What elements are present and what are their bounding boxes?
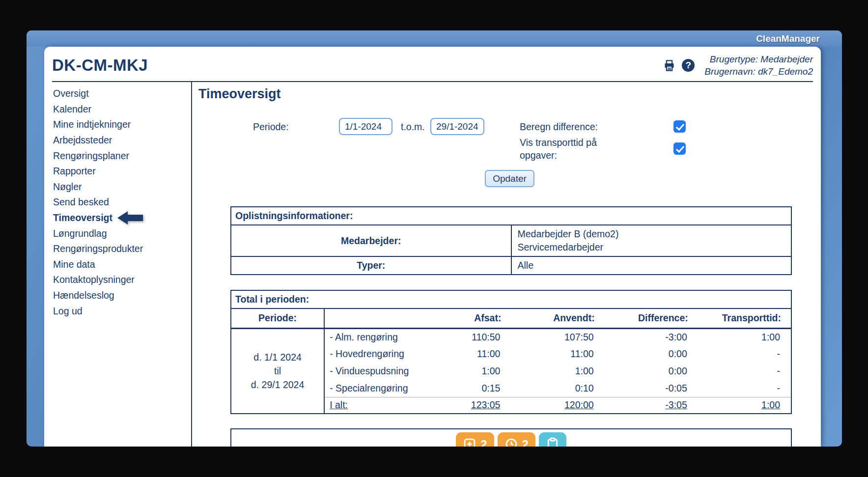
sidebar-item-rengoringsprodukter[interactable]: Rengøringsprodukter — [53, 241, 191, 257]
tom-label: t.o.m. — [401, 121, 425, 133]
col-afsat: Afsat: — [418, 309, 511, 328]
col-periode: Periode: — [231, 309, 324, 328]
sidebar-item-rengoringsplaner[interactable]: Rengøringsplaner — [53, 148, 191, 164]
medarbejder-label: Medarbejder: — [231, 225, 511, 256]
listing-info-table: Oplistningsinformationer: Medarbejder: M… — [230, 206, 792, 275]
sidebar-item-arbejdssteder[interactable]: Arbejdssteder — [53, 133, 191, 148]
col-anvendt: Anvendt: — [511, 309, 604, 328]
total-label: I alt: — [324, 397, 418, 414]
total-afsat: 123:05 — [418, 397, 511, 414]
table-header-row: Oplistningsinformationer: — [231, 207, 791, 225]
task-name: - Hovedrengøring — [324, 345, 418, 363]
filter-form: Periode: t.o.m. Beregn difference: Vis t… — [198, 105, 813, 206]
anvendt-value: 11:00 — [511, 345, 604, 363]
task-name: - Alm. rengøring — [324, 328, 418, 345]
header-right: ? Brugertype: Medarbejder Brugernavn: dk… — [663, 53, 813, 78]
col-difference: Difference: — [605, 309, 698, 328]
anvendt-value: 0:10 — [511, 380, 604, 397]
bottom-actions-box: 2 2 — [230, 428, 792, 447]
anvendt-value: 107:50 — [511, 328, 604, 345]
period-range-cell: d. 1/1 2024 til d. 29/1 2024 — [231, 328, 324, 414]
afsat-value: 1:00 — [418, 363, 511, 380]
difference-value: 0:00 — [605, 363, 698, 380]
sidebar-item-log-ud[interactable]: Log ud — [53, 303, 191, 319]
sidebar-item-mine-indtjekninger[interactable]: Mine indtjekninger — [53, 117, 191, 133]
afsat-value: 110:50 — [418, 328, 511, 345]
brand-logo-text: CleanManager — [756, 33, 820, 44]
top-brand-bar: CleanManager — [27, 30, 842, 47]
time-registrations-count: 2 — [522, 438, 529, 447]
typer-value: Alle — [511, 256, 792, 275]
user-type: Brugertype: Medarbejder — [704, 53, 813, 65]
sidebar-item-kalender[interactable]: Kalender — [53, 102, 191, 117]
task-name: - Specialrengøring — [324, 380, 418, 397]
period-from-input[interactable] — [339, 118, 392, 135]
total-anvendt: 120:00 — [511, 397, 604, 414]
difference-value: -3:00 — [605, 328, 698, 345]
notes-button[interactable] — [539, 432, 566, 447]
printer-icon[interactable] — [663, 59, 676, 72]
sidebar-item-oversigt[interactable]: Oversigt — [53, 86, 191, 102]
listing-info-title: Oplistningsinformationer: — [231, 207, 791, 225]
transporttid-value: - — [698, 345, 791, 363]
afsat-value: 0:15 — [418, 380, 511, 397]
main-content: Timeoversigt Periode: t.o.m. Beregn diff… — [192, 82, 813, 447]
add-tasks-button[interactable]: 2 — [456, 432, 494, 447]
col-transporttid: Transporttid: — [698, 309, 791, 328]
table-header-row: Total i perioden: — [231, 290, 791, 309]
show-transport-checkbox[interactable] — [673, 142, 686, 155]
calc-difference-checkbox[interactable] — [673, 120, 686, 133]
task-name: - Vinduespudsning — [324, 363, 418, 380]
col-task — [324, 309, 418, 328]
header-icons: ? — [663, 59, 695, 72]
total-transporttid: 1:00 — [698, 397, 791, 414]
transporttid-value: - — [698, 363, 791, 380]
calc-difference-label: Beregn difference: — [520, 121, 598, 133]
page-title: Timeoversigt — [198, 86, 813, 105]
arrow-left-icon — [117, 211, 143, 225]
sidebar-item-mine-data[interactable]: Mine data — [53, 257, 191, 273]
sidebar-item-kontaktoplysninger[interactable]: Kontaktoplysninger — [53, 272, 191, 288]
sidebar-item-nogler[interactable]: Nøgler — [53, 179, 191, 195]
table-row: d. 1/1 2024 til d. 29/1 2024 - Alm. reng… — [231, 328, 791, 345]
sidebar-nav: Oversigt Kalender Mine indtjekninger Arb… — [52, 82, 192, 447]
show-transport-label: Vis transporttid på opgaver: — [520, 136, 618, 162]
clock-icon — [504, 437, 518, 447]
difference-value: 0:00 — [605, 345, 698, 363]
sidebar-item-rapporter[interactable]: Rapporter — [53, 164, 191, 179]
medarbejder-value: Medarbejder B (demo2) Servicemedarbejder — [511, 225, 792, 256]
period-to-input[interactable] — [430, 118, 484, 135]
device-frame: CleanManager DK-CM-MKJ — [0, 0, 868, 477]
sidebar-item-longrundlag[interactable]: Løngrundlag — [53, 225, 191, 241]
add-box-icon — [463, 437, 476, 447]
period-label: Periode: — [253, 121, 289, 133]
update-button[interactable]: Opdater — [485, 170, 534, 187]
user-info: Brugertype: Medarbejder Brugernavn: dk7_… — [704, 53, 813, 78]
afsat-value: 11:00 — [418, 345, 511, 363]
transporttid-value: - — [698, 380, 791, 397]
totals-table: Total i perioden: Periode: Afsat: Anvend… — [230, 290, 792, 414]
bottom-actions-row: 2 2 — [231, 432, 791, 447]
time-registrations-button[interactable]: 2 — [498, 432, 535, 447]
difference-value: -0:05 — [605, 380, 698, 397]
sidebar-item-timeoversigt[interactable]: Timeoversigt — [53, 210, 191, 226]
anvendt-value: 1:00 — [511, 363, 604, 380]
table-row: Medarbejder: Medarbejder B (demo2) Servi… — [231, 225, 791, 256]
help-icon[interactable]: ? — [682, 59, 695, 72]
column-header-row: Periode: Afsat: Anvendt: Difference: Tra… — [231, 309, 791, 328]
clipboard-icon — [546, 437, 560, 447]
sidebar-item-send-besked[interactable]: Send besked — [53, 195, 191, 210]
total-difference: -3:05 — [605, 397, 698, 414]
browser-viewport: CleanManager DK-CM-MKJ — [27, 30, 842, 447]
app-panel: DK-CM-MKJ ? — [44, 47, 821, 447]
user-name: Brugernavn: dk7_Edemo2 — [704, 65, 813, 78]
add-tasks-count: 2 — [480, 438, 487, 447]
typer-label: Typer: — [231, 256, 511, 275]
panel-header: DK-CM-MKJ ? — [52, 47, 813, 81]
table-row: Typer: Alle — [231, 256, 791, 275]
sidebar-item-haendelseslog[interactable]: Hændelseslog — [53, 288, 191, 304]
app-title: DK-CM-MKJ — [52, 56, 148, 75]
totals-title: Total i perioden: — [231, 290, 791, 309]
transporttid-value: 1:00 — [698, 328, 791, 345]
